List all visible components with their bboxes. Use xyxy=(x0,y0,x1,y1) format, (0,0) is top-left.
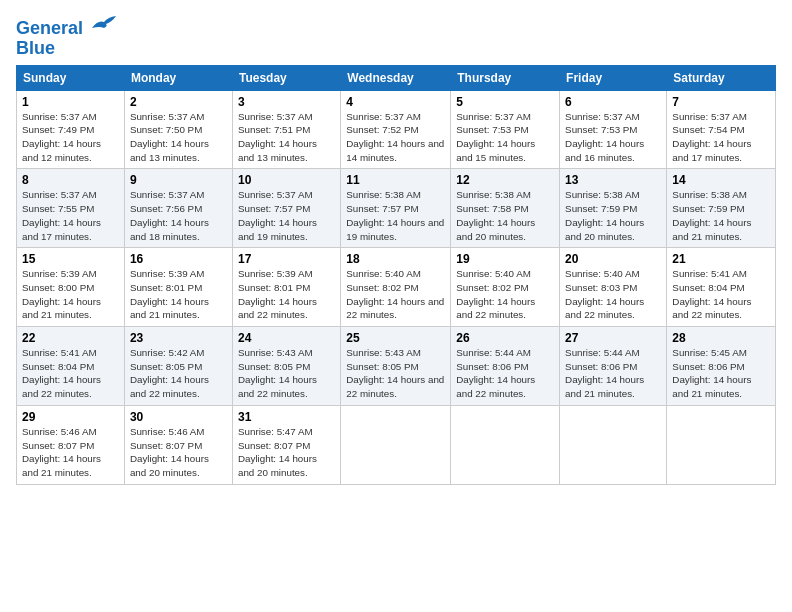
calendar-cell: 30Sunrise: 5:46 AMSunset: 8:07 PMDayligh… xyxy=(124,405,232,484)
day-number: 5 xyxy=(456,95,554,109)
calendar-cell: 18Sunrise: 5:40 AMSunset: 8:02 PMDayligh… xyxy=(341,248,451,327)
header: General Blue xyxy=(16,12,776,59)
calendar-header-tuesday: Tuesday xyxy=(232,65,340,90)
day-info: Sunrise: 5:43 AMSunset: 8:05 PMDaylight:… xyxy=(346,346,445,401)
calendar-cell: 26Sunrise: 5:44 AMSunset: 8:06 PMDayligh… xyxy=(451,327,560,406)
day-number: 3 xyxy=(238,95,335,109)
day-number: 23 xyxy=(130,331,227,345)
day-number: 9 xyxy=(130,173,227,187)
calendar-cell: 7Sunrise: 5:37 AMSunset: 7:54 PMDaylight… xyxy=(667,90,776,169)
day-number: 13 xyxy=(565,173,661,187)
day-number: 28 xyxy=(672,331,770,345)
calendar-cell: 31Sunrise: 5:47 AMSunset: 8:07 PMDayligh… xyxy=(232,405,340,484)
calendar-cell: 17Sunrise: 5:39 AMSunset: 8:01 PMDayligh… xyxy=(232,248,340,327)
day-info: Sunrise: 5:37 AMSunset: 7:50 PMDaylight:… xyxy=(130,110,227,165)
day-number: 26 xyxy=(456,331,554,345)
day-info: Sunrise: 5:44 AMSunset: 8:06 PMDaylight:… xyxy=(456,346,554,401)
day-info: Sunrise: 5:38 AMSunset: 7:57 PMDaylight:… xyxy=(346,188,445,243)
calendar-cell: 25Sunrise: 5:43 AMSunset: 8:05 PMDayligh… xyxy=(341,327,451,406)
calendar-cell: 11Sunrise: 5:38 AMSunset: 7:57 PMDayligh… xyxy=(341,169,451,248)
day-number: 16 xyxy=(130,252,227,266)
day-number: 6 xyxy=(565,95,661,109)
day-info: Sunrise: 5:37 AMSunset: 7:53 PMDaylight:… xyxy=(565,110,661,165)
calendar-week-0: 1Sunrise: 5:37 AMSunset: 7:49 PMDaylight… xyxy=(17,90,776,169)
calendar-cell: 15Sunrise: 5:39 AMSunset: 8:00 PMDayligh… xyxy=(17,248,125,327)
day-info: Sunrise: 5:38 AMSunset: 7:59 PMDaylight:… xyxy=(565,188,661,243)
day-number: 20 xyxy=(565,252,661,266)
calendar-header-sunday: Sunday xyxy=(17,65,125,90)
calendar-cell xyxy=(341,405,451,484)
calendar-header-row: SundayMondayTuesdayWednesdayThursdayFrid… xyxy=(17,65,776,90)
day-info: Sunrise: 5:37 AMSunset: 7:57 PMDaylight:… xyxy=(238,188,335,243)
calendar-cell: 9Sunrise: 5:37 AMSunset: 7:56 PMDaylight… xyxy=(124,169,232,248)
logo-bird-icon xyxy=(90,12,118,34)
day-number: 10 xyxy=(238,173,335,187)
day-info: Sunrise: 5:39 AMSunset: 8:01 PMDaylight:… xyxy=(238,267,335,322)
day-number: 14 xyxy=(672,173,770,187)
day-number: 30 xyxy=(130,410,227,424)
day-number: 17 xyxy=(238,252,335,266)
calendar-header-thursday: Thursday xyxy=(451,65,560,90)
day-number: 7 xyxy=(672,95,770,109)
day-number: 1 xyxy=(22,95,119,109)
day-number: 22 xyxy=(22,331,119,345)
day-info: Sunrise: 5:37 AMSunset: 7:55 PMDaylight:… xyxy=(22,188,119,243)
calendar-cell: 20Sunrise: 5:40 AMSunset: 8:03 PMDayligh… xyxy=(560,248,667,327)
day-info: Sunrise: 5:37 AMSunset: 7:49 PMDaylight:… xyxy=(22,110,119,165)
calendar-week-4: 29Sunrise: 5:46 AMSunset: 8:07 PMDayligh… xyxy=(17,405,776,484)
calendar-week-1: 8Sunrise: 5:37 AMSunset: 7:55 PMDaylight… xyxy=(17,169,776,248)
calendar-week-2: 15Sunrise: 5:39 AMSunset: 8:00 PMDayligh… xyxy=(17,248,776,327)
day-number: 24 xyxy=(238,331,335,345)
day-number: 18 xyxy=(346,252,445,266)
logo: General Blue xyxy=(16,12,118,59)
calendar-cell: 8Sunrise: 5:37 AMSunset: 7:55 PMDaylight… xyxy=(17,169,125,248)
calendar-cell: 21Sunrise: 5:41 AMSunset: 8:04 PMDayligh… xyxy=(667,248,776,327)
calendar-cell: 1Sunrise: 5:37 AMSunset: 7:49 PMDaylight… xyxy=(17,90,125,169)
day-info: Sunrise: 5:43 AMSunset: 8:05 PMDaylight:… xyxy=(238,346,335,401)
calendar-cell: 19Sunrise: 5:40 AMSunset: 8:02 PMDayligh… xyxy=(451,248,560,327)
calendar-cell: 23Sunrise: 5:42 AMSunset: 8:05 PMDayligh… xyxy=(124,327,232,406)
calendar-header-saturday: Saturday xyxy=(667,65,776,90)
day-number: 12 xyxy=(456,173,554,187)
calendar-cell: 22Sunrise: 5:41 AMSunset: 8:04 PMDayligh… xyxy=(17,327,125,406)
day-number: 2 xyxy=(130,95,227,109)
day-info: Sunrise: 5:46 AMSunset: 8:07 PMDaylight:… xyxy=(22,425,119,480)
calendar-cell: 14Sunrise: 5:38 AMSunset: 7:59 PMDayligh… xyxy=(667,169,776,248)
calendar-header-monday: Monday xyxy=(124,65,232,90)
day-info: Sunrise: 5:37 AMSunset: 7:56 PMDaylight:… xyxy=(130,188,227,243)
calendar-header-wednesday: Wednesday xyxy=(341,65,451,90)
calendar-cell: 24Sunrise: 5:43 AMSunset: 8:05 PMDayligh… xyxy=(232,327,340,406)
day-info: Sunrise: 5:41 AMSunset: 8:04 PMDaylight:… xyxy=(672,267,770,322)
day-info: Sunrise: 5:45 AMSunset: 8:06 PMDaylight:… xyxy=(672,346,770,401)
day-number: 21 xyxy=(672,252,770,266)
day-info: Sunrise: 5:38 AMSunset: 7:59 PMDaylight:… xyxy=(672,188,770,243)
day-number: 19 xyxy=(456,252,554,266)
day-info: Sunrise: 5:39 AMSunset: 8:01 PMDaylight:… xyxy=(130,267,227,322)
calendar-cell: 29Sunrise: 5:46 AMSunset: 8:07 PMDayligh… xyxy=(17,405,125,484)
calendar: SundayMondayTuesdayWednesdayThursdayFrid… xyxy=(16,65,776,485)
calendar-cell: 13Sunrise: 5:38 AMSunset: 7:59 PMDayligh… xyxy=(560,169,667,248)
page: General Blue SundayMondayTuesdayWednesda… xyxy=(0,0,792,612)
calendar-cell: 2Sunrise: 5:37 AMSunset: 7:50 PMDaylight… xyxy=(124,90,232,169)
day-info: Sunrise: 5:39 AMSunset: 8:00 PMDaylight:… xyxy=(22,267,119,322)
day-info: Sunrise: 5:37 AMSunset: 7:53 PMDaylight:… xyxy=(456,110,554,165)
day-info: Sunrise: 5:38 AMSunset: 7:58 PMDaylight:… xyxy=(456,188,554,243)
calendar-cell: 5Sunrise: 5:37 AMSunset: 7:53 PMDaylight… xyxy=(451,90,560,169)
calendar-cell: 12Sunrise: 5:38 AMSunset: 7:58 PMDayligh… xyxy=(451,169,560,248)
day-number: 27 xyxy=(565,331,661,345)
day-info: Sunrise: 5:42 AMSunset: 8:05 PMDaylight:… xyxy=(130,346,227,401)
logo-text: General xyxy=(16,12,118,39)
calendar-cell: 28Sunrise: 5:45 AMSunset: 8:06 PMDayligh… xyxy=(667,327,776,406)
day-info: Sunrise: 5:41 AMSunset: 8:04 PMDaylight:… xyxy=(22,346,119,401)
day-number: 8 xyxy=(22,173,119,187)
day-info: Sunrise: 5:46 AMSunset: 8:07 PMDaylight:… xyxy=(130,425,227,480)
logo-general: General xyxy=(16,18,83,38)
day-info: Sunrise: 5:40 AMSunset: 8:02 PMDaylight:… xyxy=(456,267,554,322)
day-info: Sunrise: 5:40 AMSunset: 8:03 PMDaylight:… xyxy=(565,267,661,322)
day-number: 11 xyxy=(346,173,445,187)
calendar-header-friday: Friday xyxy=(560,65,667,90)
logo-blue: Blue xyxy=(16,39,118,59)
calendar-week-3: 22Sunrise: 5:41 AMSunset: 8:04 PMDayligh… xyxy=(17,327,776,406)
calendar-cell xyxy=(560,405,667,484)
day-info: Sunrise: 5:44 AMSunset: 8:06 PMDaylight:… xyxy=(565,346,661,401)
